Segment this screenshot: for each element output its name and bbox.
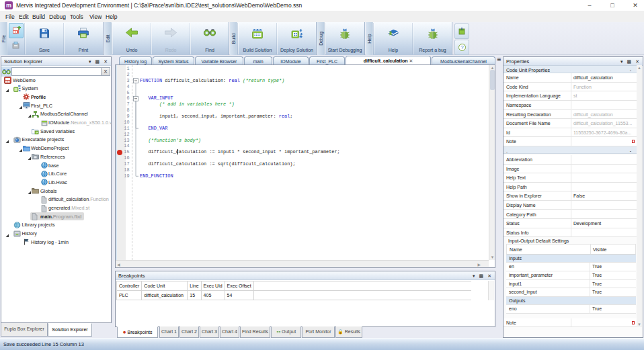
- svg-text:?: ?: [460, 44, 464, 50]
